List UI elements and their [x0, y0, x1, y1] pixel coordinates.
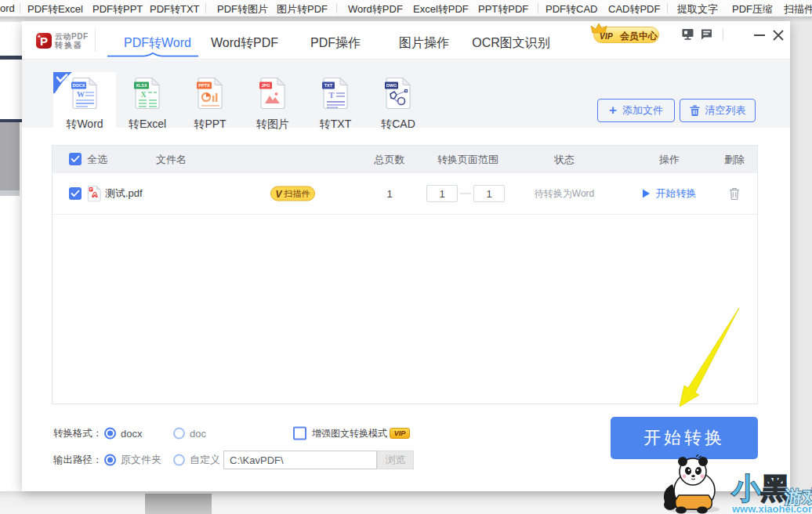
check-icon [71, 190, 80, 197]
svg-text:X: X [140, 90, 147, 99]
output-path-input[interactable] [223, 451, 377, 469]
menu-separator [336, 3, 337, 13]
badge-v-icon: V [275, 188, 281, 199]
svg-text:W: W [77, 90, 85, 99]
bg-menu-item[interactable]: PDF转图片 [217, 2, 268, 16]
bg-menu-item[interactable]: PDF转CAD [546, 2, 597, 16]
radio-docx-label[interactable]: docx [121, 428, 142, 440]
radio-doc[interactable] [173, 428, 185, 440]
tab-image-operations[interactable]: 图片操作 [399, 35, 449, 52]
background-scrollbar-thumb[interactable] [145, 494, 212, 514]
row-convert-button[interactable]: 开始转换 [643, 186, 697, 201]
column-header-status: 状态 [554, 146, 575, 173]
svg-text:PPTX: PPTX [198, 83, 210, 88]
txt-file-icon: TXT T [321, 77, 350, 110]
bg-menu-item[interactable]: Word转PDF [348, 2, 403, 16]
format-option-label: 转Excel [116, 118, 179, 132]
svg-text:DWG: DWG [386, 83, 397, 88]
bg-menu-item[interactable]: ord [0, 2, 15, 14]
select-all-label: 全选 [87, 146, 107, 173]
svg-text:XLSX: XLSX [136, 83, 147, 88]
play-icon [643, 189, 651, 198]
logo-letter: P [36, 33, 52, 49]
format-option-ppt[interactable]: PPTX 转PPT [179, 77, 241, 132]
bg-menu-item[interactable]: 提取文字 [677, 2, 718, 16]
vip-feature-badge: VIP [390, 428, 410, 439]
browse-button[interactable]: 浏览 [377, 451, 414, 469]
svg-text:T: T [328, 90, 335, 100]
bg-menu-item[interactable]: PPT转PDF [478, 2, 528, 16]
bg-menu-item[interactable]: CAD转PDF [608, 2, 660, 16]
feedback-message-icon[interactable] [701, 28, 712, 40]
vip-member-button[interactable]: VIP 会员中心 [593, 27, 659, 43]
bg-menu-item[interactable]: PDF转PPT [92, 2, 143, 16]
app-title-line2: 转换器 [55, 41, 89, 49]
bg-menu-item[interactable]: Excel转PDF [413, 2, 469, 16]
svg-text:JPG: JPG [261, 83, 270, 88]
format-option-txt[interactable]: TXT T 转TXT [304, 77, 367, 132]
enhanced-mode-checkbox[interactable] [293, 427, 306, 440]
format-option-label: 转PPT [179, 118, 241, 132]
svg-text:P: P [90, 187, 92, 191]
bg-menu-item[interactable]: PDF转Excel [27, 2, 83, 16]
tab-ocr[interactable]: OCR图文识别 [472, 35, 550, 52]
device-monitor-icon[interactable] [682, 28, 694, 40]
file-list-header: 全选 文件名 总页数 转换页面范围 状态 操作 删除 [53, 146, 757, 173]
radio-original-folder-label[interactable]: 原文件夹 [121, 453, 161, 467]
format-option-label: 转TXT [304, 118, 367, 132]
file-list-panel: 全选 文件名 总页数 转换页面范围 状态 操作 删除 P 测试.pdf [52, 145, 758, 404]
radio-doc-label[interactable]: doc [190, 428, 206, 440]
add-file-button[interactable]: + 添加文件 [597, 99, 675, 122]
background-menu-bar: ord PDF转Excel PDF转PPT PDF转TXT PDF转图片 图片转… [0, 0, 812, 16]
plus-icon: + [609, 103, 617, 117]
format-option-image[interactable]: JPG 转图片 [241, 77, 304, 132]
format-option-label: 转CAD [367, 118, 430, 132]
tab-word-to-pdf[interactable]: Word转PDF [211, 35, 278, 52]
row-checkbox[interactable] [69, 187, 82, 200]
menu-separator [538, 3, 538, 13]
menu-separator [20, 3, 20, 13]
start-convert-button[interactable]: 开始转换 [611, 417, 758, 459]
add-file-label: 添加文件 [622, 103, 663, 118]
pdf-file-icon: P [87, 186, 101, 202]
enhanced-mode-label[interactable]: 增强图文转换模式 [312, 427, 387, 440]
select-all-checkbox[interactable] [69, 153, 82, 165]
menu-separator [205, 3, 206, 13]
bg-menu-item[interactable]: PDF压缩 [732, 2, 773, 16]
format-option-excel[interactable]: XLSX X 转Excel [116, 77, 179, 132]
tab-pdf-operations[interactable]: PDF操作 [310, 35, 361, 52]
clear-list-label: 清空列表 [705, 103, 746, 118]
column-header-pages: 总页数 [375, 146, 405, 173]
format-option-word[interactable]: DOCX W 转Word [53, 77, 116, 132]
menu-separator [667, 3, 668, 13]
radio-docx[interactable] [104, 428, 116, 440]
vip-badge-text: VIP [600, 32, 613, 41]
background-gray-block-edge [0, 190, 20, 196]
minimize-button[interactable] [749, 26, 770, 45]
panda-mascot [664, 454, 720, 514]
range-from-input[interactable] [426, 185, 458, 202]
column-header-name: 文件名 [156, 146, 187, 173]
app-logo: ✦ P [36, 33, 52, 49]
bg-menu-item[interactable]: PDF转TXT [150, 2, 200, 16]
row-delete-button[interactable] [729, 187, 740, 200]
radio-custom-label[interactable]: 自定义 [190, 453, 220, 467]
column-header-delete: 删除 [724, 146, 745, 173]
bg-menu-item[interactable]: 扫描件 [784, 2, 812, 16]
radio-custom[interactable] [173, 454, 185, 466]
site-watermark: 小黑 游戏 www.xiaohei.com [657, 454, 812, 514]
format-option-cad[interactable]: DWG 转CAD [367, 77, 430, 132]
format-option-label: 转图片 [241, 118, 304, 132]
range-to-input[interactable] [473, 185, 505, 202]
radio-original-folder[interactable] [104, 454, 116, 466]
file-name: 测试.pdf [105, 186, 143, 201]
row-convert-label: 开始转换 [656, 186, 697, 201]
tab-pdf-to-word[interactable]: PDF转Word [124, 35, 191, 52]
header-divider [95, 29, 96, 52]
clear-list-button[interactable]: 清空列表 [680, 99, 756, 122]
header-controls-divider [723, 29, 723, 40]
word-file-icon: DOCX W [71, 77, 99, 110]
bg-menu-item[interactable]: 图片转PDF [277, 2, 328, 16]
close-icon [768, 26, 788, 45]
close-button[interactable] [768, 26, 788, 45]
